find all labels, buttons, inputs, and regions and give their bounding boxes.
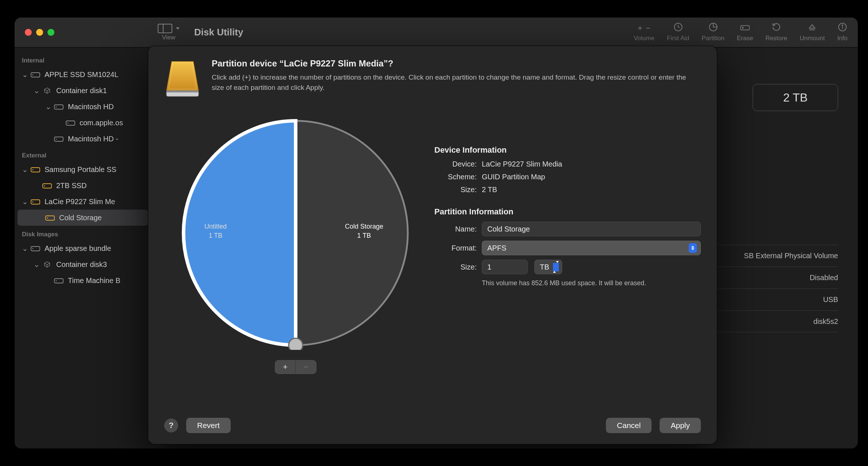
dialog-title: Partition device “LaCie P9227 Slim Media…	[212, 58, 686, 69]
pie-right-size: 1 TB	[345, 231, 383, 240]
restore-icon	[771, 22, 781, 34]
info-button[interactable]: Info	[837, 23, 848, 42]
sidebar-item-label: Time Machine B	[68, 276, 120, 285]
size-unit-select[interactable]: TB	[534, 260, 562, 274]
chevron-down-icon	[176, 27, 180, 30]
first-aid-button[interactable]: First Aid	[667, 23, 689, 42]
add-remove-partition-controls: + −	[275, 360, 316, 374]
sidebar-item[interactable]: ⌄LaCie P9227 Slim Me	[15, 194, 151, 210]
sidebar-item[interactable]: Macintosh HD -	[15, 131, 151, 147]
device-label: Device:	[434, 160, 477, 168]
partition-size-input[interactable]	[482, 260, 528, 274]
info-icon	[837, 22, 848, 34]
updown-arrows-icon	[689, 243, 697, 253]
zoom-window-button[interactable]	[47, 29, 54, 36]
chevron-down-icon: ⌄	[22, 70, 27, 79]
erase-button[interactable]: Erase	[737, 23, 753, 42]
svg-point-7	[32, 75, 34, 76]
device-size-label: Size:	[434, 186, 477, 194]
svg-point-25	[56, 280, 57, 282]
partition-dialog: Partition device “LaCie P9227 Slim Media…	[148, 46, 717, 444]
sidebar-item[interactable]: ⌄Samsung Portable SS	[15, 161, 151, 177]
unmount-button[interactable]: Unmount	[800, 23, 825, 42]
container-icon	[42, 261, 52, 268]
volume-add-button[interactable]: + − Volume	[634, 23, 654, 42]
view-menu-button[interactable]: View	[158, 24, 180, 41]
toolbar-restore-label: Restore	[765, 35, 787, 42]
svg-point-5	[842, 25, 843, 26]
disk-icon	[31, 245, 40, 252]
info-value: SB External Physical Volume	[744, 252, 838, 260]
chevron-down-icon: ⌄	[22, 197, 27, 206]
partition-button[interactable]: Partition	[702, 23, 724, 42]
minus-icon: −	[646, 23, 651, 33]
svg-rect-6	[31, 73, 40, 77]
toolbar-partition-label: Partition	[702, 35, 724, 42]
svg-point-17	[44, 186, 45, 187]
container-icon	[42, 87, 52, 94]
partition-information-header: Partition Information	[434, 207, 701, 217]
info-value: disk5s2	[813, 317, 838, 326]
info-value: USB	[823, 295, 838, 304]
view-label: View	[162, 34, 176, 41]
toolbar-erase-label: Erase	[737, 35, 753, 42]
chevron-down-icon: ⌄	[45, 102, 50, 111]
dialog-subtitle: Click add (+) to increase the number of …	[212, 72, 686, 92]
partition-pie-chart[interactable]: Untitled 1 TB Cold Storage 1 TB	[179, 116, 412, 350]
titlebar: View Disk Utility + − Volume First Aid	[15, 18, 858, 47]
sidebar-item[interactable]: ⌄APPLE SSD SM1024L	[15, 66, 151, 83]
chevron-down-icon: ⌄	[22, 244, 27, 253]
sidebar-item[interactable]: ⌄Container disk3	[15, 256, 151, 272]
sidebar-item-label: Macintosh HD -	[68, 135, 118, 143]
ext-icon	[45, 214, 55, 221]
add-partition-button[interactable]: +	[275, 360, 296, 374]
pie-icon	[708, 22, 718, 34]
partition-size-label: Size:	[434, 263, 477, 271]
svg-rect-22	[31, 247, 40, 251]
cancel-button[interactable]: Cancel	[606, 418, 652, 433]
device-information-header: Device Information	[434, 145, 701, 155]
erase-icon	[740, 23, 750, 33]
vol-icon	[54, 135, 64, 142]
sidebar-item[interactable]: 2TB SSD	[15, 177, 151, 194]
toolbar-info-label: Info	[837, 35, 848, 42]
vol-icon	[54, 103, 64, 110]
sidebar-item[interactable]: Cold Storage	[18, 210, 148, 226]
svg-rect-14	[31, 168, 40, 172]
sidebar-item[interactable]: ⌄Container disk1	[15, 83, 151, 99]
svg-point-9	[56, 107, 57, 108]
sidebar[interactable]: Internal⌄APPLE SSD SM1024L⌄Container dis…	[15, 47, 151, 448]
format-select[interactable]: APFS	[482, 241, 701, 255]
sidebar-item[interactable]: com.apple.os	[15, 115, 151, 131]
toolbar-firstaid-label: First Aid	[667, 35, 689, 42]
sidebar-item[interactable]: ⌄Macintosh HD	[15, 99, 151, 115]
device-size-value: 2 TB	[482, 186, 497, 194]
svg-rect-18	[31, 200, 40, 204]
sidebar-item[interactable]: Time Machine B	[15, 272, 151, 289]
sidebar-item-label: APPLE SSD SM1024L	[45, 70, 118, 79]
info-value: Disabled	[810, 274, 838, 282]
resize-handle	[289, 338, 303, 350]
revert-button[interactable]: Revert	[186, 418, 231, 433]
help-button[interactable]: ?	[164, 419, 178, 432]
name-label: Name:	[434, 225, 477, 233]
sidebar-item[interactable]: ⌄Apple sparse bundle	[15, 240, 151, 256]
svg-point-11	[68, 123, 69, 124]
svg-point-19	[32, 202, 34, 203]
format-select-value: APFS	[487, 244, 506, 252]
window-controls	[15, 18, 151, 47]
sidebar-item-label: Apple sparse bundle	[45, 244, 111, 253]
sidebar-item-label: Cold Storage	[59, 214, 102, 222]
close-window-button[interactable]	[25, 29, 32, 36]
sidebar-item-label: LaCie P9227 Slim Me	[45, 198, 115, 206]
restore-button[interactable]: Restore	[765, 23, 787, 42]
external-drive-icon	[164, 58, 201, 98]
partition-name-input[interactable]	[482, 222, 701, 236]
apply-button[interactable]: Apply	[660, 418, 701, 433]
toolbar: View Disk Utility + − Volume First Aid	[151, 18, 858, 47]
svg-rect-16	[43, 184, 51, 188]
plus-icon: +	[638, 23, 643, 33]
minimize-window-button[interactable]	[36, 29, 43, 36]
svg-point-15	[32, 169, 34, 171]
remove-partition-button[interactable]: −	[296, 360, 316, 374]
